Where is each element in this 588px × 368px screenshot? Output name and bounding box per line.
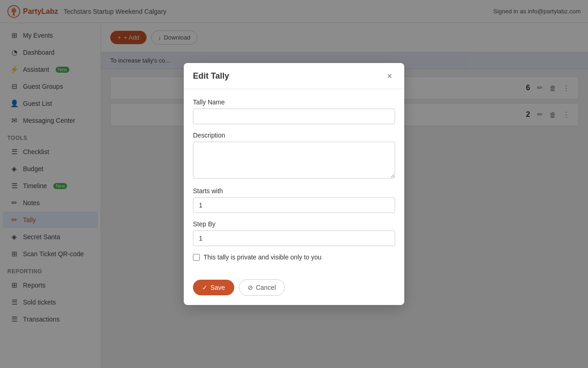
description-label: Description xyxy=(193,132,395,139)
step-by-group: Step By xyxy=(193,220,395,246)
modal-body: Tally Name Description Starts with Step … xyxy=(184,89,404,279)
modal-header: Edit Tally × xyxy=(184,63,404,89)
tally-name-group: Tally Name xyxy=(193,98,395,124)
cancel-button[interactable]: ⊘ Cancel xyxy=(239,279,285,296)
private-checkbox[interactable] xyxy=(193,254,200,261)
starts-with-input[interactable] xyxy=(193,197,395,213)
modal-footer: ✓ Save ⊘ Cancel xyxy=(184,279,404,305)
tally-name-label: Tally Name xyxy=(193,98,395,106)
modal-title: Edit Tally xyxy=(193,71,229,81)
starts-with-label: Starts with xyxy=(193,187,395,195)
check-icon: ✓ xyxy=(202,284,208,291)
tally-name-input[interactable] xyxy=(193,109,395,124)
private-checkbox-label: This tally is private and visible only t… xyxy=(204,253,322,261)
description-textarea[interactable] xyxy=(193,142,395,178)
save-button[interactable]: ✓ Save xyxy=(193,280,234,295)
step-by-label: Step By xyxy=(193,220,395,228)
edit-tally-modal: Edit Tally × Tally Name Description Star… xyxy=(184,63,404,305)
modal-close-button[interactable]: × xyxy=(384,70,395,81)
modal-overlay[interactable]: Edit Tally × Tally Name Description Star… xyxy=(0,0,588,368)
private-checkbox-row: This tally is private and visible only t… xyxy=(193,253,395,261)
save-button-label: Save xyxy=(210,284,225,291)
description-group: Description xyxy=(193,132,395,180)
cancel-circle-icon: ⊘ xyxy=(248,284,253,291)
step-by-input[interactable] xyxy=(193,230,395,246)
cancel-button-label: Cancel xyxy=(256,284,276,291)
starts-with-group: Starts with xyxy=(193,187,395,213)
